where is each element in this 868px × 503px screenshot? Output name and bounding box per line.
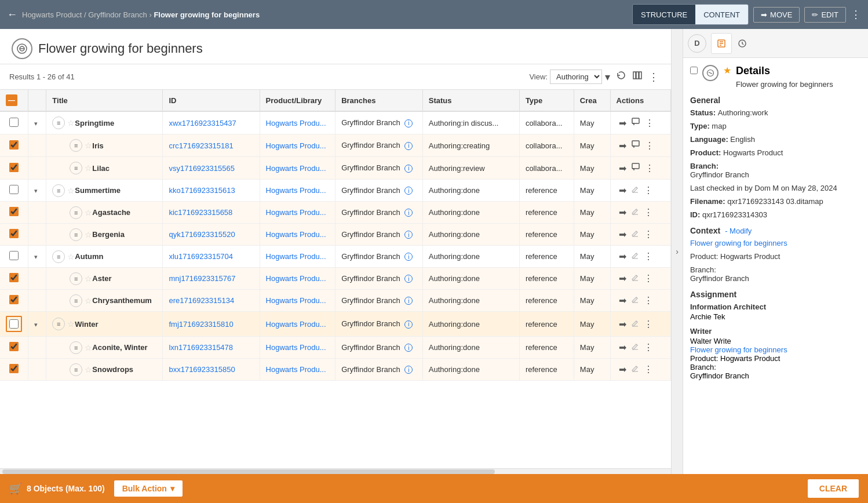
title-column-header[interactable]: Title	[46, 90, 163, 111]
row-checkbox[interactable]	[9, 251, 19, 260]
product-link[interactable]: Hogwarts Produ...	[266, 365, 326, 374]
row-checkbox[interactable]	[6, 316, 22, 332]
context-page-link[interactable]: Flower growing for beginners	[690, 239, 787, 247]
edit-action-button[interactable]	[629, 184, 641, 197]
product-link[interactable]: Hogwarts Produ...	[266, 208, 326, 217]
row-checkbox[interactable]	[9, 229, 19, 238]
edit-action-button[interactable]	[629, 228, 641, 241]
more-action-button[interactable]: ⋮	[641, 272, 655, 285]
edit-action-button[interactable]	[629, 341, 641, 354]
id-link[interactable]: xwx1716923315437	[169, 119, 236, 127]
row-star-button[interactable]: ☆	[85, 230, 92, 239]
id-link[interactable]: qyk1716923315520	[169, 230, 235, 239]
row-checkbox[interactable]	[9, 342, 19, 351]
edit-action-button[interactable]	[629, 206, 641, 219]
product-link[interactable]: Hogwarts Produ...	[266, 141, 326, 150]
edit-action-button[interactable]	[629, 294, 641, 307]
context-modify-link[interactable]: - Modify	[725, 227, 752, 235]
row-star-button[interactable]: ☆	[67, 186, 75, 195]
id-link[interactable]: fmj1716923315810	[169, 320, 233, 329]
move-action-button[interactable]: ➡	[617, 139, 629, 152]
content-tab-button[interactable]: CONTENT	[695, 5, 748, 24]
move-action-button[interactable]: ➡	[617, 363, 629, 376]
details-checkbox[interactable]	[690, 67, 698, 74]
branch-info-icon[interactable]: i	[404, 366, 413, 374]
row-star-button[interactable]: ☆	[67, 319, 75, 329]
id-link[interactable]: mnj1716923315767	[169, 274, 235, 283]
more-action-button[interactable]: ⋮	[641, 363, 655, 376]
writer-link[interactable]: Flower growing for beginners	[690, 345, 861, 354]
branch-info-icon[interactable]: i	[404, 231, 413, 239]
move-action-button[interactable]: ➡	[617, 184, 629, 197]
row-star-button[interactable]: ☆	[85, 274, 92, 283]
move-action-button[interactable]: ➡	[617, 272, 629, 285]
edit-action-button[interactable]	[629, 318, 641, 331]
move-action-button[interactable]: ➡	[617, 162, 629, 175]
structure-tab-button[interactable]: STRUCTURE	[633, 5, 695, 24]
another-tab-button[interactable]	[732, 33, 753, 54]
id-link[interactable]: bxx1716923315850	[169, 365, 235, 374]
product-link[interactable]: Hogwarts Produ...	[266, 119, 326, 127]
move-action-button[interactable]: ➡	[617, 318, 629, 331]
select-all-checkbox[interactable]: —	[6, 94, 17, 106]
more-action-button[interactable]: ⋮	[641, 341, 655, 354]
expand-button[interactable]: ▾	[34, 253, 38, 261]
view-select[interactable]: Authoring	[550, 70, 602, 84]
edit-action-button[interactable]	[629, 250, 641, 263]
row-checkbox[interactable]	[9, 207, 19, 216]
product-link[interactable]: Hogwarts Produ...	[266, 274, 326, 283]
row-star-button[interactable]: ☆	[85, 343, 92, 352]
branch-info-icon[interactable]: i	[404, 297, 413, 305]
product-link[interactable]: Hogwarts Produ...	[266, 320, 326, 329]
edit-button[interactable]: ✏ EDIT	[804, 7, 846, 23]
branch-info-icon[interactable]: i	[404, 209, 413, 217]
row-checkbox[interactable]	[9, 140, 19, 150]
refresh-button[interactable]	[613, 69, 629, 85]
view-dropdown-button[interactable]: ▾	[602, 70, 613, 85]
row-checkbox[interactable]	[9, 273, 19, 282]
id-link[interactable]: vsy1716923315565	[169, 164, 235, 173]
id-column-header[interactable]: ID	[163, 90, 260, 111]
product-link[interactable]: Hogwarts Produ...	[266, 164, 326, 173]
branch-info-icon[interactable]: i	[404, 253, 413, 261]
row-star-button[interactable]: ☆	[85, 296, 92, 305]
status-column-header[interactable]: Status	[422, 90, 519, 111]
row-checkbox[interactable]	[9, 185, 19, 194]
move-action-button[interactable]: ➡	[617, 116, 629, 130]
details-tab-button[interactable]	[711, 33, 732, 54]
more-action-button[interactable]: ⋮	[643, 162, 657, 175]
id-link[interactable]: lxn1716923315478	[169, 343, 233, 352]
move-action-button[interactable]: ➡	[617, 250, 629, 263]
sidebar-collapse-button[interactable]: ›	[671, 29, 683, 474]
branch-info-icon[interactable]: i	[404, 320, 413, 329]
move-action-button[interactable]: ➡	[617, 341, 629, 354]
created-column-header[interactable]: Crea	[574, 90, 610, 111]
more-options-button[interactable]: ⋮	[851, 8, 861, 21]
row-star-button[interactable]: ☆	[85, 141, 92, 150]
product-link[interactable]: Hogwarts Produ...	[266, 230, 326, 239]
id-link[interactable]: ere1716923315134	[169, 296, 234, 305]
move-button[interactable]: ➡ MOVE	[753, 7, 800, 23]
more-action-button[interactable]: ⋮	[641, 228, 655, 241]
more-action-button[interactable]: ⋮	[641, 184, 655, 197]
product-link[interactable]: Hogwarts Produ...	[266, 252, 326, 261]
expand-button[interactable]: ▾	[34, 187, 38, 195]
columns-button[interactable]	[629, 69, 645, 85]
product-column-header[interactable]: Product/Library	[260, 90, 335, 111]
product-link[interactable]: Hogwarts Produ...	[266, 296, 326, 305]
horizontal-scrollbar[interactable]	[0, 468, 671, 474]
branch-info-icon[interactable]: i	[404, 344, 413, 352]
more-action-button[interactable]: ⋮	[641, 250, 655, 263]
branch-info-icon[interactable]: i	[404, 119, 413, 127]
details-star-button[interactable]: ★	[723, 65, 731, 76]
clear-button[interactable]: CLEAR	[808, 479, 859, 498]
branch-info-icon[interactable]: i	[404, 275, 413, 283]
id-link[interactable]: kko1716923315613	[169, 186, 235, 195]
branch-info-icon[interactable]: i	[404, 187, 413, 195]
id-link[interactable]: xlu1716923315704	[169, 252, 233, 261]
product-link[interactable]: Hogwarts Produ...	[266, 343, 326, 352]
more-action-button[interactable]: ⋮	[641, 318, 655, 331]
branch-info-icon[interactable]: i	[404, 165, 413, 173]
move-action-button[interactable]: ➡	[617, 228, 629, 241]
branch-info-icon[interactable]: i	[404, 142, 413, 150]
